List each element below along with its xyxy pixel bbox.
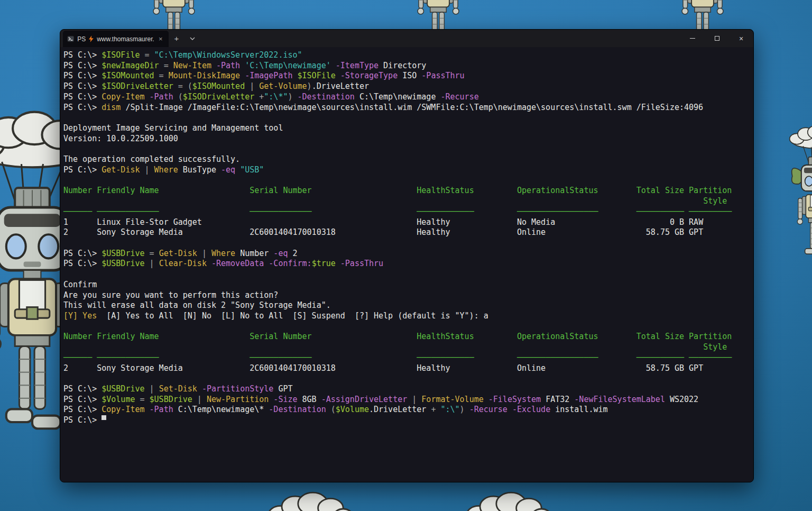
desktop-wallpaper: PS www.thomasmaurer.ch × + × PS C:\> $IS… (0, 0, 812, 511)
robot-illustration (465, 487, 554, 511)
terminal-line: 2 Sony Storage Media 2C6001404170010318 … (63, 363, 753, 374)
terminal-line: PS C:\> $USBDrive = Get-Disk | Where Num… (63, 249, 753, 259)
terminal-line: Style (63, 342, 753, 353)
terminal-line: PS C:\> $USBDrive | Set-Disk -PartitionS… (63, 384, 753, 395)
powershell-icon (67, 35, 74, 43)
lightning-bolt-icon (89, 35, 94, 42)
terminal-line: PS C:\> Get-Disk | Where BusType -eq "US… (63, 165, 753, 176)
terminal-line (63, 113, 753, 123)
tab-dropdown-button[interactable] (184, 30, 200, 47)
terminal-line: Style (63, 196, 753, 207)
terminal-line: PS C:\> $ISOMounted = Mount-DiskImage -I… (63, 71, 753, 81)
terminal-line (63, 238, 753, 249)
terminal-line (63, 176, 753, 186)
terminal-line: This will erase all data on disk 2 "Sony… (63, 300, 753, 311)
terminal-line: The operation completed successfully. (63, 154, 753, 165)
terminal-line: ────── ───────────── ───────────── ─────… (63, 353, 753, 363)
terminal-output: PS C:\> $ISOFile = "C:\Temp\WindowsServe… (63, 50, 753, 426)
titlebar[interactable]: PS www.thomasmaurer.ch × + × (60, 30, 753, 47)
terminal-line: 1 Linux File-Stor Gadget Healthy No Medi… (63, 217, 753, 228)
tab-powershell[interactable]: PS www.thomasmaurer.ch × (63, 31, 169, 47)
terminal-line: ────── ───────────── ───────────── ─────… (63, 207, 753, 217)
terminal-line (63, 144, 753, 154)
maximize-button[interactable] (705, 30, 729, 47)
terminal-line: PS C:\> $ISODriveLetter = ($ISOMounted |… (63, 81, 753, 92)
terminal-line: PS C:\> $Volume = $USBDrive | New-Partit… (63, 395, 753, 405)
robot-illustration (267, 487, 356, 511)
chevron-down-icon (190, 37, 195, 40)
robot-illustration (789, 122, 812, 270)
terminal-line (63, 269, 753, 280)
terminal-line: PS C:\> Copy-Item -Path C:\Temp\newimage… (63, 405, 753, 415)
terminal-line: [Y] Yes [A] Yes to All [N] No [L] No to … (63, 311, 753, 322)
terminal-window: PS www.thomasmaurer.ch × + × PS C:\> $IS… (60, 29, 754, 482)
terminal-line (63, 373, 753, 384)
terminal-line: PS C:\> Copy-Item -Path ($ISODriveLetter… (63, 92, 753, 103)
terminal-content[interactable]: PS C:\> $ISOFile = "C:\Temp\WindowsServe… (60, 47, 753, 482)
terminal-line: Are you sure you want to perform this ac… (63, 290, 753, 301)
terminal-line: PS C:\> $ISOFile = "C:\Temp\WindowsServe… (63, 50, 753, 61)
close-button[interactable]: × (729, 30, 753, 47)
terminal-line (63, 322, 753, 332)
terminal-line: 2 Sony Storage Media 2C6001404170010318 … (63, 227, 753, 238)
tab-close-button[interactable]: × (157, 35, 164, 43)
terminal-line: PS C:\> (63, 415, 753, 426)
tab-title: www.thomasmaurer.ch (97, 35, 154, 43)
tab-ps-label: PS (77, 35, 86, 43)
terminal-line: PS C:\> dism /Split-Image /ImageFile:C:\… (63, 103, 753, 113)
terminal-line: Confirm (63, 280, 753, 290)
terminal-line: Number Friendly Name Serial Number Healt… (63, 332, 753, 342)
terminal-line: PS C:\> $USBDrive | Clear-Disk -RemoveDa… (63, 259, 753, 269)
terminal-line: Number Friendly Name Serial Number Healt… (63, 186, 753, 196)
terminal-line: Deployment Image Servicing and Managemen… (63, 123, 753, 134)
terminal-line: Version: 10.0.22509.1000 (63, 134, 753, 144)
terminal-line: PS C:\> $newImageDir = New-Item -Path 'C… (63, 61, 753, 71)
new-tab-button[interactable]: + (169, 30, 184, 47)
minimize-button[interactable] (680, 30, 705, 47)
